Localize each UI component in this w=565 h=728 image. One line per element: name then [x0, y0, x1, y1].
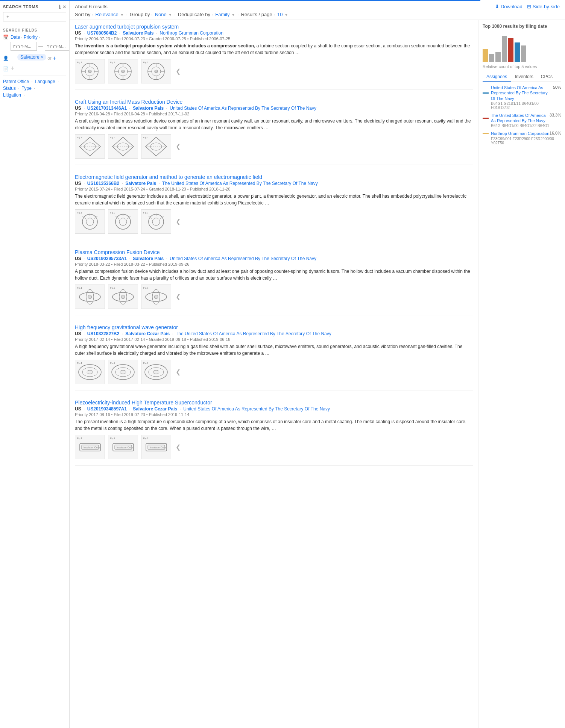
result-image-1-4[interactable]: Fig.1	[75, 360, 105, 384]
chart-title: Top 1000 results by filing date	[483, 24, 561, 29]
result-image-3-2[interactable]: Fig.3	[141, 209, 171, 234]
result-image-2-4[interactable]: Fig.2	[108, 360, 138, 384]
info-icon[interactable]: ℹ	[59, 4, 61, 10]
bar-0	[483, 49, 488, 62]
result-title-4[interactable]: High frequency gravitational wave genera…	[75, 324, 178, 330]
assignee-remove-btn[interactable]: ×	[41, 55, 43, 59]
language-filter-link[interactable]: Language	[35, 79, 55, 84]
legend-codes-0: B64G1 G21B1/11 B64G1/00H01B12/02	[491, 101, 561, 110]
result-abstract-3: A plasma compression fusion device which…	[75, 268, 473, 282]
priority-filter-link[interactable]: Priority	[24, 35, 38, 40]
result-image-1-5[interactable]: Insulator Core Fig.1	[75, 435, 105, 459]
type-filter-link[interactable]: Type	[22, 86, 32, 91]
result-image-2-1[interactable]: Fig.2	[108, 134, 138, 159]
result-assignee-1[interactable]: United States Of America As Represented …	[170, 106, 316, 111]
sort-dropdown[interactable]: Relevance ▼	[95, 12, 124, 17]
litigation-filter-link[interactable]: Litigation	[3, 92, 21, 98]
result-inventor-5[interactable]: Salvatore Cezar Pais	[133, 406, 177, 412]
result-image-2-0[interactable]: Fig.2	[108, 59, 138, 83]
result-id-4[interactable]: US10322827B2	[87, 331, 119, 336]
result-image-2-3[interactable]: Fig.2	[108, 285, 138, 309]
bar-rect-3[interactable]	[502, 36, 507, 62]
result-title-3[interactable]: Plasma Compression Fusion Device	[75, 249, 160, 255]
result-title-0[interactable]: Laser augmented turbojet propulsion syst…	[75, 24, 179, 30]
side-by-side-link[interactable]: ⊟ Side-by-side	[527, 4, 560, 9]
legend-name-0[interactable]: United States Of America As Represented …	[491, 85, 553, 101]
result-assignee-2[interactable]: The United States Of America As Represen…	[162, 181, 318, 186]
result-image-1-0[interactable]: Fig.1	[75, 59, 105, 83]
carousel-arrow-0[interactable]: ❮	[176, 68, 181, 75]
result-image-3-3[interactable]: Fig.3	[141, 285, 171, 309]
patent-office-filter-link[interactable]: Patent Office	[3, 79, 29, 84]
topbar: About 6 results ⬇ Download ⊟ Side-by-sid…	[70, 0, 565, 20]
bar-rect-5[interactable]	[515, 42, 520, 62]
carousel-arrow-3[interactable]: ❮	[176, 293, 181, 300]
result-image-1-2[interactable]: Fig.1	[75, 209, 105, 234]
date-to-input[interactable]	[45, 42, 70, 51]
result-inventor-4[interactable]: Salvatore Cezar Pais	[125, 331, 170, 336]
result-title-2[interactable]: Electromagnetic field generator and meth…	[75, 174, 262, 180]
result-id-5[interactable]: US20190348597A1	[87, 406, 127, 412]
result-id-0[interactable]: US7080504B2	[87, 30, 117, 36]
search-terms-input[interactable]	[3, 12, 66, 21]
sidebar-close-icon[interactable]: ×	[63, 4, 66, 10]
bar-rect-1[interactable]	[489, 54, 494, 62]
date-filter-link[interactable]: Date	[11, 35, 20, 40]
svg-text:Insulator Core: Insulator Core	[117, 446, 133, 449]
result-item: Electromagnetic field generator and meth…	[75, 174, 473, 240]
svg-text:Fig.2: Fig.2	[110, 61, 115, 64]
result-image-3-1[interactable]: Fig.3	[141, 134, 171, 159]
result-image-2-5[interactable]: Insulator Core Fig.2	[108, 435, 138, 459]
svg-text:Fig.2: Fig.2	[110, 362, 115, 364]
results-per-page-dropdown[interactable]: 10 ▼	[277, 12, 288, 17]
result-inventor-2[interactable]: Salvatore Pais	[125, 181, 156, 186]
status-filter-row: Status · Type ·	[3, 86, 66, 91]
result-id-2[interactable]: US10135366B2	[87, 181, 119, 186]
result-id-3[interactable]: US20190295733A1	[87, 256, 127, 261]
result-image-3-4[interactable]: Fig.3	[141, 360, 171, 384]
result-image-2-2[interactable]: Fig.2	[108, 209, 138, 234]
result-assignee-5[interactable]: United States Of America As Represented …	[183, 406, 330, 412]
carousel-arrow-4[interactable]: ❮	[176, 368, 181, 375]
bar-rect-2[interactable]	[495, 52, 501, 62]
status-filter-link[interactable]: Status	[3, 86, 16, 91]
chart-tab-assignees[interactable]: Assignees	[483, 73, 511, 82]
svg-point-48	[149, 214, 164, 229]
result-dates-5: Priority 2017-08-16 • Filed 2019-07-23 •…	[75, 412, 473, 417]
carousel-arrow-5[interactable]: ❮	[176, 443, 181, 451]
chart-tabs[interactable]: AssigneesInventorsCPCs	[483, 73, 561, 82]
calendar-icon: 📅	[3, 35, 9, 40]
bar-rect-6[interactable]	[521, 45, 526, 62]
result-assignee-3[interactable]: United States Of America As Represented …	[170, 256, 316, 261]
carousel-arrow-2[interactable]: ❮	[176, 218, 181, 225]
abstract-add-btn[interactable]: +	[11, 65, 15, 73]
bar-rect-0[interactable]	[483, 49, 488, 62]
chart-tab-cpcs[interactable]: CPCs	[537, 73, 556, 82]
result-image-1-3[interactable]: Fig.1	[75, 285, 105, 309]
result-title-1[interactable]: Craft Using an Inertial Mass Reduction D…	[75, 99, 182, 105]
chart-tab-inventors[interactable]: Inventors	[511, 73, 537, 82]
carousel-arrow-1[interactable]: ❮	[176, 143, 181, 150]
date-from-input[interactable]	[11, 42, 37, 51]
legend-name-1[interactable]: The United States Of America As Represen…	[491, 113, 550, 124]
assignee-add-btn[interactable]: +	[53, 55, 56, 62]
right-panel: Top 1000 results by filing date Relative…	[478, 20, 565, 728]
result-inventor-1[interactable]: Salvatore Pais	[133, 106, 164, 111]
result-image-3-5[interactable]: Insulator Core Fig.3	[141, 435, 171, 459]
dedup-dropdown[interactable]: Family ▼	[215, 12, 235, 17]
result-assignee-4[interactable]: The United States Of America As Represen…	[176, 331, 331, 336]
result-image-3-0[interactable]: Fig.3	[141, 59, 171, 83]
bar-rect-4[interactable]	[508, 38, 513, 62]
result-inventor-0[interactable]: Salvatore Pais	[123, 30, 153, 36]
legend-name-2[interactable]: Northrop Grumman Corporation	[491, 131, 549, 136]
legend-pct-1: 33.3%	[550, 113, 561, 117]
download-link[interactable]: ⬇ Download	[495, 4, 522, 9]
result-images-5: Insulator Core Fig.1 Insulator Core Fig.…	[75, 435, 473, 459]
result-assignee-0[interactable]: Northrop Grumman Corporation	[160, 30, 223, 36]
group-dropdown[interactable]: None ▼	[155, 12, 172, 17]
result-title-5[interactable]: Piezoelectricity-induced High Temperatur…	[75, 400, 212, 406]
result-id-1[interactable]: US20170313446A1	[87, 106, 127, 111]
result-inventor-3[interactable]: Salvatore Pais	[133, 256, 164, 261]
result-image-1-1[interactable]: Fig.1	[75, 134, 105, 159]
person-icon: 👤	[3, 56, 9, 61]
